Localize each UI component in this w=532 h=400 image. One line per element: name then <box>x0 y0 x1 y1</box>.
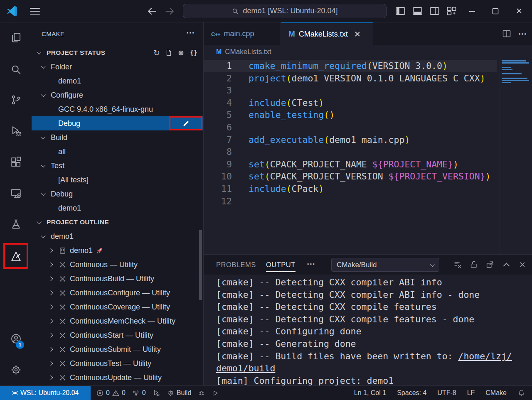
tab-cmakelists-txt[interactable]: CMakeLists.txt <box>281 22 373 45</box>
code-line-11[interactable]: 11include(CPack) <box>204 183 497 195</box>
menu-hamburger-icon[interactable] <box>30 8 40 15</box>
close-panel-icon[interactable] <box>518 260 527 269</box>
delete-cache-icon[interactable] <box>165 49 172 56</box>
split-editor-icon[interactable] <box>502 29 512 39</box>
encoding[interactable]: UTF-8 <box>437 389 456 397</box>
tree-item-demo1[interactable]: demo1 <box>32 229 203 243</box>
tree-item-continuousbuild-utility[interactable]: ContinuousBuild — Utility <box>32 272 203 286</box>
code-editor[interactable]: 1cmake_minimum_required(VERSION 3.0.0)2p… <box>204 59 497 255</box>
clear-output-icon[interactable] <box>453 260 462 269</box>
breadcrumb[interactable]: CMakeLists.txt <box>204 45 532 59</box>
refresh-icon[interactable]: ↻ <box>153 49 160 57</box>
nav-back-icon[interactable] <box>146 5 159 17</box>
run-debug-icon[interactable] <box>6 121 26 141</box>
problems-status[interactable]: 0 0 <box>96 389 126 397</box>
tree-item-test[interactable]: Test <box>32 159 203 173</box>
chevron-right-icon[interactable] <box>47 334 54 337</box>
code-line-3[interactable]: 3 <box>204 84 497 97</box>
code-line-4[interactable]: 4include(CTest) <box>204 97 497 109</box>
extensions-icon[interactable] <box>6 152 26 172</box>
tree-item-gcc-9-4-0-x86-64-linux-gnu[interactable]: GCC 9.4.0 x86_64-linux-gnu <box>32 102 203 116</box>
tree-item-continuoustest-utility[interactable]: ContinuousTest — Utility <box>32 356 203 371</box>
close-button[interactable] <box>510 0 529 22</box>
language-mode[interactable]: CMake <box>485 389 507 397</box>
maximize-button[interactable] <box>486 0 505 22</box>
debug-button[interactable] <box>198 389 205 397</box>
tree-item-continuoussubmit-utility[interactable]: ContinuousSubmit — Utility <box>32 342 203 356</box>
chevron-right-icon[interactable] <box>47 277 54 280</box>
lock-scroll-icon[interactable] <box>469 260 478 269</box>
tree-item-configure[interactable]: Configure <box>32 88 203 102</box>
chevron-right-icon[interactable] <box>47 263 54 266</box>
code-line-9[interactable]: 9set(CPACK_PROJECT_NAME ${PROJECT_NAME}) <box>204 158 497 171</box>
chevron-right-icon[interactable] <box>47 376 54 379</box>
remote-indicator[interactable]: >< WSL: Ubuntu-20.04 <box>0 386 91 400</box>
chevron-down-icon[interactable] <box>40 192 47 196</box>
sidebar-more-icon[interactable] <box>186 27 195 37</box>
tree-item-continuous-utility[interactable]: Continuous — Utility <box>32 258 203 272</box>
tree-item-all[interactable]: all <box>32 145 203 159</box>
chevron-right-icon[interactable] <box>47 348 54 351</box>
debug-target-icon[interactable] <box>153 389 160 397</box>
output-link[interactable]: demo1/build <box>216 363 275 373</box>
tree-item-continuousstart-utility[interactable]: ContinuousStart — Utility <box>32 328 203 342</box>
tree-item-folder[interactable]: Folder <box>32 60 203 74</box>
configure-gear-icon[interactable] <box>177 49 185 56</box>
editor-more-icon[interactable] <box>518 29 527 39</box>
tree-item-demo1[interactable]: demo1 <box>32 201 203 215</box>
explorer-icon[interactable] <box>6 27 26 47</box>
sidebar-scrollbar[interactable] <box>199 230 202 300</box>
tree-item-debug[interactable]: Debug <box>32 116 203 130</box>
accounts-icon[interactable]: 1 <box>6 329 26 348</box>
chevron-down-icon[interactable] <box>40 136 47 139</box>
minimize-button[interactable] <box>463 0 482 22</box>
minimap[interactable] <box>500 60 531 254</box>
nav-forward-icon[interactable] <box>164 5 176 17</box>
tree-item-continuousconfigure-utility[interactable]: ContinuousConfigure — Utility <box>32 286 203 300</box>
code-line-2[interactable]: 2project(demo1 VERSION 0.1.0 LANGUAGES C… <box>204 72 497 85</box>
tree-item-build[interactable]: Build <box>32 130 203 145</box>
chevron-right-icon[interactable] <box>47 291 54 294</box>
remote-explorer-icon[interactable] <box>6 183 26 203</box>
output-link[interactable]: /home/lzj/ <box>458 351 512 361</box>
launch-button[interactable] <box>212 390 219 397</box>
chevron-right-icon[interactable] <box>47 362 54 365</box>
tree-item-all-tests[interactable]: [All tests] <box>32 173 203 187</box>
tab-problems[interactable]: PROBLEMS <box>216 255 256 275</box>
chevron-right-icon[interactable] <box>47 249 54 252</box>
chevron-down-icon[interactable] <box>40 93 47 97</box>
tree-item-continuouscoverage-utility[interactable]: ContinuousCoverage — Utility <box>32 300 203 314</box>
tab-output[interactable]: OUTPUT <box>266 255 296 275</box>
section-project-outline[interactable]: PROJECT OUTLINE <box>32 215 203 229</box>
chevron-right-icon[interactable] <box>47 319 54 323</box>
toggle-secondary-sidebar-icon[interactable] <box>429 5 440 17</box>
tree-item-debug[interactable]: Debug <box>32 187 203 201</box>
panel-more-icon[interactable] <box>307 259 315 269</box>
indentation[interactable]: Spaces: 4 <box>397 389 426 397</box>
code-line-5[interactable]: 5enable_testing() <box>204 109 497 121</box>
chevron-down-icon[interactable] <box>40 235 47 238</box>
build-button[interactable]: Build <box>167 389 192 397</box>
output-channel-select[interactable]: CMake/Build <box>331 258 439 272</box>
search-view-icon[interactable] <box>6 59 26 79</box>
chevron-down-icon[interactable] <box>40 65 47 69</box>
code-line-12[interactable]: 12 <box>204 195 497 208</box>
tree-item-continuousmemcheck-utility[interactable]: ContinuousMemCheck — Utility <box>32 314 203 328</box>
cmake-icon[interactable] <box>6 246 26 266</box>
maximize-panel-icon[interactable] <box>502 260 511 269</box>
customize-layout-icon[interactable] <box>446 5 457 17</box>
ports-status[interactable]: 0 <box>132 389 146 397</box>
settings-gear-icon[interactable] <box>6 360 26 380</box>
testing-icon[interactable] <box>6 214 26 234</box>
code-line-1[interactable]: 1cmake_minimum_required(VERSION 3.0.0) <box>204 60 497 72</box>
code-line-10[interactable]: 10set(CPACK_PROJECT_VERSION ${PROJECT_VE… <box>204 170 497 183</box>
notifications-bell-icon[interactable] <box>517 389 525 397</box>
code-line-8[interactable]: 8 <box>204 146 497 158</box>
cursor-position[interactable]: Ln 1, Col 1 <box>354 389 386 397</box>
source-control-icon[interactable] <box>6 90 26 110</box>
tree-item-demo1[interactable]: demo1 <box>32 74 203 88</box>
open-output-in-editor-icon[interactable] <box>485 260 495 269</box>
braces-icon[interactable]: {} <box>190 49 197 56</box>
tab-close-icon[interactable] <box>355 31 360 37</box>
code-line-6[interactable]: 6 <box>204 121 497 134</box>
